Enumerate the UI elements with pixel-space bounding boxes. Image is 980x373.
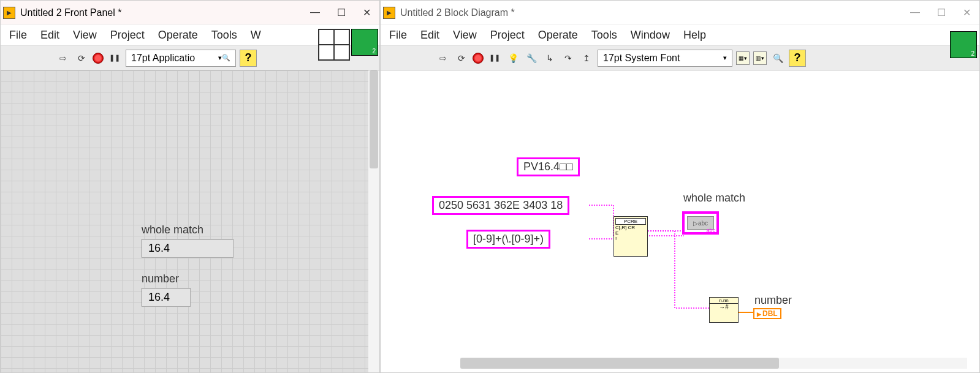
front-panel-window: Untitled 2 Front Panel * — ☐ ✕ File Edit…: [0, 0, 380, 373]
step-into-button[interactable]: ↳: [542, 51, 557, 66]
close-button[interactable]: ✕: [363, 7, 371, 18]
titlebar[interactable]: Untitled 2 Block Diagram * — ☐ ✕: [381, 1, 979, 25]
menu-edit[interactable]: Edit: [40, 29, 59, 42]
menu-tools[interactable]: Tools: [591, 29, 617, 42]
menu-operate[interactable]: Operate: [158, 29, 198, 42]
menu-project[interactable]: Project: [490, 29, 525, 42]
maximize-button[interactable]: ☐: [937, 7, 946, 18]
number-label: number: [754, 294, 792, 307]
scrollbar-thumb[interactable]: [460, 358, 779, 369]
window-title: Untitled 2 Front Panel *: [20, 7, 310, 18]
help-button[interactable]: ?: [240, 50, 257, 67]
window-controls: — ☐ ✕: [310, 7, 371, 18]
align-button[interactable]: ▦▾: [736, 51, 750, 65]
horizontal-scrollbar[interactable]: [460, 358, 967, 369]
front-panel-canvas[interactable]: whole match 16.4 number 16.4: [1, 70, 379, 372]
font-label: 17pt Applicatio: [131, 53, 195, 64]
app-icon: [383, 7, 395, 19]
block-diagram-window: Untitled 2 Block Diagram * — ☐ ✕ File Ed…: [380, 0, 980, 373]
menu-file[interactable]: File: [389, 29, 407, 42]
string-to-number-node[interactable]: n.nn →#: [709, 297, 739, 323]
highlight-button[interactable]: 💡: [506, 51, 520, 66]
step-out-button[interactable]: ↥: [579, 51, 594, 66]
wires: [381, 70, 979, 372]
run-continuous-button[interactable]: ⟳: [454, 51, 469, 66]
menu-view[interactable]: View: [453, 29, 477, 42]
number-label: number: [142, 273, 191, 285]
number-value[interactable]: 16.4: [142, 288, 191, 307]
vi-icon[interactable]: [950, 31, 977, 58]
menu-tools[interactable]: Tools: [211, 29, 237, 42]
string-constant-2[interactable]: 0250 5631 362E 3403 18: [432, 196, 569, 215]
window-controls: — ☐ ✕: [910, 7, 971, 18]
whole-match-label: whole match: [142, 224, 234, 236]
connector-pane[interactable]: [318, 29, 378, 61]
maximize-button[interactable]: ☐: [337, 7, 346, 18]
app-icon: [3, 7, 15, 19]
regex-constant[interactable]: [0-9]+(\.[0-9]+): [466, 230, 550, 249]
node-header: n.nn: [710, 298, 738, 304]
chevron-down-icon: ▾🔍: [218, 54, 230, 62]
string-constant-1[interactable]: PV16.4□□: [517, 157, 580, 176]
menu-file[interactable]: File: [9, 29, 27, 42]
pause-button[interactable]: [487, 51, 502, 66]
menu-window[interactable]: W: [251, 29, 261, 42]
number-indicator[interactable]: number 16.4: [142, 273, 191, 307]
vi-icon[interactable]: [351, 29, 378, 56]
abort-button[interactable]: [473, 53, 484, 64]
menubar: File Edit View Project Operate Tools Win…: [381, 25, 979, 46]
window-title: Untitled 2 Block Diagram *: [400, 7, 910, 18]
connector-grid-icon[interactable]: [318, 29, 350, 61]
font-label: 17pt System Font: [603, 53, 680, 64]
match-regex-node[interactable]: PCRE C[,R] CRE!: [613, 216, 648, 257]
font-selector[interactable]: 17pt System Font ▾: [598, 50, 732, 67]
minimize-button[interactable]: —: [310, 7, 320, 18]
run-button[interactable]: ⇨: [56, 51, 70, 66]
number-terminal[interactable]: DBL: [753, 308, 781, 319]
menu-view[interactable]: View: [73, 29, 97, 42]
menu-help[interactable]: Help: [683, 29, 706, 42]
minimize-button[interactable]: —: [910, 7, 920, 18]
close-button[interactable]: ✕: [963, 7, 971, 18]
menu-edit[interactable]: Edit: [420, 29, 439, 42]
chevron-down-icon: ▾: [723, 54, 727, 62]
titlebar[interactable]: Untitled 2 Front Panel * — ☐ ✕: [1, 1, 379, 25]
vi-icon-corner[interactable]: [949, 31, 977, 58]
retain-wire-button[interactable]: 🔧: [524, 51, 539, 66]
whole-match-label: whole match: [683, 192, 745, 205]
run-button[interactable]: ⇨: [436, 51, 450, 66]
node-header: PCRE: [615, 218, 646, 225]
menu-project[interactable]: Project: [110, 29, 145, 42]
step-over-button[interactable]: ↷: [561, 51, 575, 66]
distribute-button[interactable]: ▥▾: [753, 51, 767, 65]
block-diagram-canvas[interactable]: PV16.4□□ 0250 5631 362E 3403 18 [0-9]+(\…: [381, 70, 979, 372]
menu-window[interactable]: Window: [631, 29, 670, 42]
whole-match-terminal[interactable]: ▷abc abc: [682, 211, 719, 235]
font-selector[interactable]: 17pt Applicatio ▾🔍: [126, 50, 236, 67]
menu-operate[interactable]: Operate: [538, 29, 578, 42]
run-continuous-button[interactable]: ⟳: [74, 51, 89, 66]
help-button[interactable]: ?: [789, 50, 806, 67]
vertical-scrollbar[interactable]: [370, 70, 378, 168]
whole-match-value[interactable]: 16.4: [142, 239, 234, 258]
whole-match-indicator[interactable]: whole match 16.4: [142, 224, 234, 258]
pause-button[interactable]: [107, 51, 122, 66]
abort-button[interactable]: [93, 53, 104, 64]
search-button[interactable]: 🔍: [770, 51, 785, 66]
toolbar: ⇨ ⟳ 💡 🔧 ↳ ↷ ↥ 17pt System Font ▾ ▦▾ ▥▾ 🔍…: [381, 46, 979, 70]
